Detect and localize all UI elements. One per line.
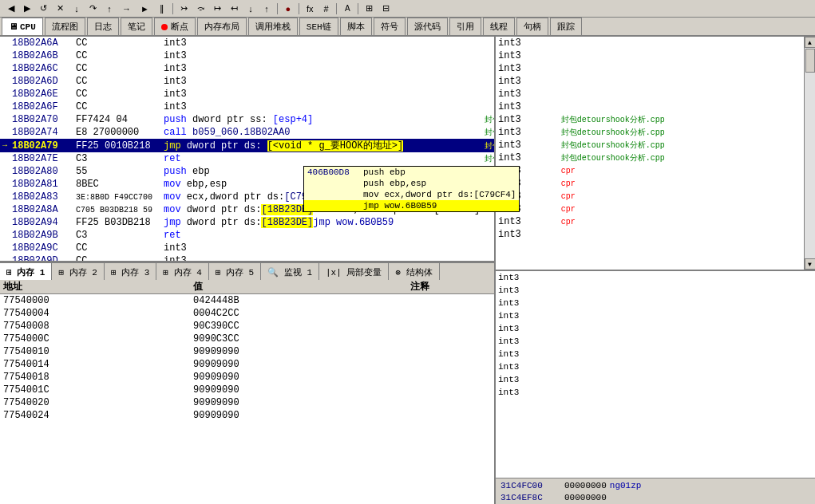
table-row[interactable]: int3 cpr (496, 215, 804, 228)
table-row[interactable]: 77540008 90C390CC (0, 320, 494, 333)
table-row[interactable]: int3 cpr (496, 164, 804, 177)
scroll-thumb[interactable] (805, 49, 815, 73)
table-row[interactable]: 77540020 90909090 (0, 396, 494, 409)
tab-cpu[interactable]: 🖥 CPU (2, 18, 43, 35)
tab-script[interactable]: 脚本 (340, 18, 372, 35)
tab-symbol[interactable]: 符号 (374, 18, 406, 35)
tab-memory5[interactable]: ⊞ 内存 5 (209, 263, 261, 281)
tab-callstack[interactable]: 调用堆栈 (248, 18, 298, 35)
table-row[interactable]: 18B02A80 55 push ebp (0, 165, 494, 178)
table-row[interactable]: int3 cpr (496, 203, 804, 215)
scroll-down-btn[interactable]: ▼ (805, 258, 816, 270)
tab-seh[interactable]: SEH链 (299, 18, 338, 35)
table-row[interactable]: 18B02A9B C3 ret (0, 229, 494, 242)
unload-btn[interactable]: ⊟ (378, 2, 394, 16)
tab-handles[interactable]: 句柄 (516, 18, 548, 35)
breakpoint-btn[interactable]: ● (281, 2, 295, 16)
table-row[interactable]: int3 (496, 360, 815, 373)
table-row[interactable]: 18B02A8A C705 B03DB218 59 mov dword ptr … (0, 203, 494, 216)
table-row[interactable]: int3 (496, 62, 804, 75)
table-row[interactable]: int3 (496, 335, 815, 348)
table-row[interactable]: int3 (496, 37, 804, 49)
tab-locals[interactable]: |x| 局部变量 (319, 263, 389, 281)
tab-source[interactable]: 源代码 (407, 18, 448, 35)
table-row[interactable]: 18B02A81 8BEC mov ebp,esp (0, 178, 494, 191)
step-out-btn[interactable]: ↑ (102, 2, 117, 16)
table-row[interactable]: int3 cpr (496, 177, 804, 190)
expression-btn[interactable]: fx (303, 2, 318, 16)
step-into-btn[interactable]: ↓ (69, 2, 84, 16)
table-row[interactable]: int3 (496, 100, 804, 113)
table-row[interactable]: int3 (496, 348, 815, 360)
table-row[interactable]: int3 封包detourshook分析.cpp (496, 139, 804, 152)
table-row[interactable]: 18B02A70 FF7424 04 push dword ptr ss: [e… (0, 113, 494, 126)
tab-memory4[interactable]: ⊞ 内存 4 (156, 263, 208, 281)
back-btn[interactable]: ◀ (4, 2, 18, 16)
tab-refs[interactable]: 引用 (449, 18, 481, 35)
step-btn5[interactable]: ↤ (227, 2, 242, 16)
run-to-btn[interactable]: → (118, 2, 135, 16)
pause-btn[interactable]: ‖ (155, 2, 169, 16)
table-row[interactable]: int3 (496, 88, 804, 100)
tab-notes[interactable]: 笔记 (121, 18, 152, 35)
table-row[interactable]: 7754001C 90909090 (0, 384, 494, 396)
step-btn2[interactable]: ↣ (176, 2, 192, 16)
table-row[interactable]: int3 (496, 228, 804, 241)
run-btn[interactable]: ► (136, 2, 153, 16)
table-row[interactable]: 77540018 90909090 (0, 371, 494, 384)
table-row[interactable]: 77540014 90909090 (0, 358, 494, 371)
table-row[interactable]: 7754000C 9090C3CC (0, 333, 494, 345)
table-row[interactable]: 77540024 90909090 (0, 409, 494, 422)
table-row[interactable]: 18B02A83 3E:8B0D F49CC700 mov ecx,dword … (0, 191, 494, 203)
table-row[interactable]: 77540000 0424448B (0, 294, 494, 307)
tab-threads[interactable]: 线程 (483, 18, 515, 35)
disasm-view[interactable]: 18B02A6A CC int3 18B02A6B CC int3 18B02A… (0, 37, 494, 262)
table-row[interactable]: 77540010 90909090 (0, 345, 494, 358)
table-row[interactable]: int3 封包detourshook分析.cpp (496, 113, 804, 126)
table-row[interactable]: 18B02A74 E8 27000000 call b059_060.18B02… (0, 126, 494, 139)
tab-watch1[interactable]: 🔍 监视 1 (261, 263, 319, 281)
table-row[interactable]: int3 封包detourshook分析.cpp (496, 152, 804, 164)
table-row[interactable]: 77540004 0004C2CC (0, 307, 494, 320)
table-row-selected[interactable]: → 18B02A79 FF25 0010B218 jmp dword ptr d… (0, 139, 494, 152)
table-row[interactable]: 18B02A6B CC int3 (0, 49, 494, 62)
tab-memory3[interactable]: ⊞ 内存 3 (105, 263, 156, 281)
table-row[interactable]: 18B02A6D CC int3 (0, 75, 494, 88)
right-disasm-view[interactable]: int3 int3 int3 int3 (495, 37, 815, 270)
ascii-btn[interactable]: A (340, 2, 354, 16)
step-over-btn[interactable]: ↷ (85, 2, 101, 16)
memory-view[interactable]: 地址 值 注释 77540000 0424448B 77540004 0004C… (0, 280, 494, 504)
step-btn7[interactable]: ↑ (259, 2, 274, 16)
load-btn[interactable]: ⊞ (362, 2, 377, 16)
table-row[interactable]: int3 (496, 373, 815, 386)
table-row[interactable]: 18B02A6C CC int3 (0, 62, 494, 75)
forward-btn[interactable]: ▶ (20, 2, 34, 16)
table-row[interactable]: int3 (496, 75, 804, 88)
table-row[interactable]: int3 封包detourshook分析.cpp (496, 126, 804, 139)
table-row[interactable]: 18B02A7E C3 ret 封包detourshook分析.cpp (0, 152, 494, 165)
table-row[interactable]: int3 (496, 49, 804, 62)
step-btn6[interactable]: ↓ (243, 2, 258, 16)
table-row[interactable]: int3 (496, 309, 815, 322)
table-row[interactable]: 18B02A9C CC int3 (0, 242, 494, 254)
table-row[interactable]: 18B02A6F CC int3 (0, 100, 494, 113)
tab-memory1[interactable]: ⊞ 内存 1 (0, 263, 52, 281)
tab-flowchart[interactable]: 流程图 (45, 18, 85, 35)
close-btn[interactable]: ✕ (53, 2, 68, 16)
scroll-track[interactable] (805, 48, 816, 258)
tab-breakpoints[interactable]: 断点 (154, 18, 196, 35)
table-row[interactable]: int3 cpr (496, 190, 804, 203)
hex-btn[interactable]: # (318, 2, 333, 16)
table-row[interactable]: int3 (496, 271, 815, 284)
scroll-up-btn[interactable]: ▲ (805, 37, 816, 48)
table-row[interactable]: int3 (496, 297, 815, 309)
table-row[interactable]: 18B02A6A CC int3 (0, 37, 494, 49)
restart-btn[interactable]: ↺ (36, 2, 51, 16)
step-btn4[interactable]: ↦ (210, 2, 225, 16)
table-row[interactable]: int3 (496, 386, 815, 399)
step-btn3[interactable]: ⤼ (193, 2, 208, 16)
table-row[interactable]: int3 (496, 322, 815, 335)
table-row[interactable]: 18B02A6E CC int3 (0, 88, 494, 100)
right-vscroll[interactable]: ▲ ▼ (804, 37, 815, 270)
table-row[interactable]: int3 (496, 284, 815, 297)
